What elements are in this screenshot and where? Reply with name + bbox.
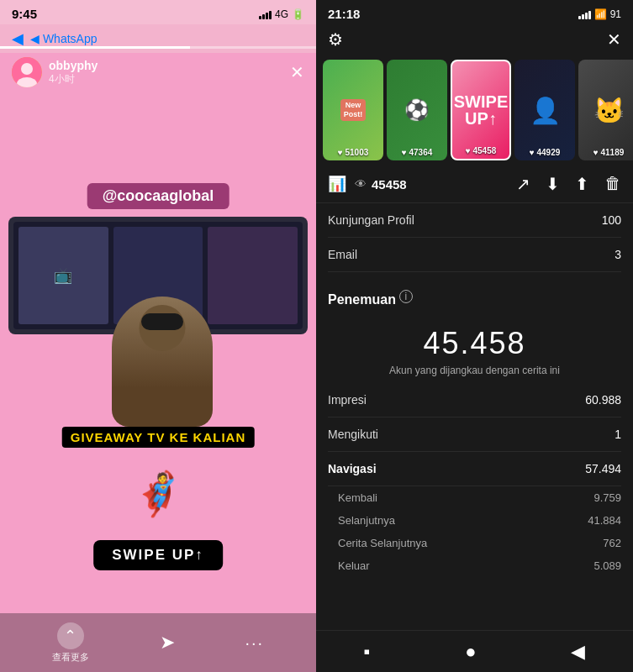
- right-status-icons: 📶 91: [578, 8, 621, 20]
- sub-row-selanjutnya: Selanjutnya 41.884: [328, 509, 621, 532]
- right-signal-bars: [578, 9, 591, 19]
- signal-bar-3: [266, 13, 268, 19]
- right-signal-bar-1: [578, 16, 581, 19]
- story-time: 4小时: [49, 72, 290, 87]
- kembali-label: Kembali: [328, 491, 377, 504]
- sub-row-cerita: Cerita Selanjutnya 762: [328, 532, 621, 554]
- big-stat-container: 45.458 Akun yang dijangkau dengan cerita…: [328, 312, 621, 383]
- info-icon[interactable]: i: [399, 290, 413, 303]
- discovery-header: Penemuan i: [328, 281, 621, 312]
- right-signal-bar-3: [585, 13, 588, 19]
- svg-point-1: [21, 63, 33, 75]
- sub-row-keluar: Keluar 5.089: [328, 554, 621, 577]
- profil-label: Kunjungan Profil: [328, 213, 414, 227]
- right-panel: 21:18 📶 91 ⚙ ✕ NewPost! ♥ 51003 ⚽ ♥ 4736…: [316, 0, 633, 672]
- swipe-up-button[interactable]: SWIPE UP↑: [93, 540, 223, 570]
- left-status-icons: 4G 🔋: [259, 8, 304, 20]
- cerita-label: Cerita Selanjutnya: [328, 537, 427, 549]
- right-top-bar: ⚙ ✕: [316, 24, 633, 55]
- stats-row-navigasi: Navigasi 57.494: [328, 452, 621, 486]
- share-icon[interactable]: ⬆: [575, 174, 589, 194]
- trending-icon[interactable]: ↗: [516, 174, 530, 194]
- stats-row-mengikuti: Mengikuti 1: [328, 417, 621, 452]
- story-thumb-1[interactable]: NewPost! ♥ 51003: [323, 60, 383, 160]
- chevron-up-icon: ⌃: [57, 622, 84, 649]
- right-status-bar: 21:18 📶 91: [316, 0, 633, 24]
- right-close-icon[interactable]: ✕: [607, 29, 621, 50]
- cerita-value: 762: [603, 537, 621, 549]
- nav-back-icon[interactable]: ◀: [571, 641, 585, 663]
- signal-bar-1: [259, 16, 261, 19]
- right-signal-bar-4: [588, 11, 591, 19]
- battery-icon: 🔋: [292, 8, 304, 20]
- story-progress-bar: [0, 46, 316, 49]
- left-status-bar: 9:45 4G 🔋: [0, 0, 316, 24]
- navigasi-value: 57.494: [585, 462, 621, 475]
- download-icon[interactable]: ⬇: [546, 174, 560, 194]
- stats-row-profil: Kunjungan Profil 100: [328, 203, 621, 238]
- right-time: 21:18: [328, 7, 360, 21]
- view-count-container: 👁 45458: [355, 177, 407, 192]
- stats-content: Kunjungan Profil 100 Email 3 Penemuan i …: [316, 203, 633, 630]
- thumb-1-label: NewPost!: [340, 99, 367, 121]
- keluar-value: 5.089: [593, 559, 621, 572]
- story-thumb-2[interactable]: ⚽ ♥ 47364: [387, 60, 447, 160]
- sub-row-kembali: Kembali 9.759: [328, 486, 621, 509]
- selanjutnya-value: 41.884: [588, 514, 621, 527]
- keluar-label: Keluar: [328, 559, 370, 572]
- big-description: Akun yang dijangkau dengan cerita ini: [328, 365, 621, 376]
- story-username: obbyphy: [49, 59, 290, 72]
- kembali-value: 9.759: [593, 491, 621, 504]
- email-label: Email: [328, 248, 357, 261]
- mengikuti-label: Mengikuti: [328, 428, 378, 441]
- signal-bars: [259, 9, 272, 19]
- story-thumb-3[interactable]: SWIPEUP↑ ♥ 45458: [451, 60, 511, 160]
- send-icon[interactable]: ➤: [160, 632, 175, 654]
- right-signal-bar-2: [582, 14, 584, 19]
- story-bottom-bar: ⌃ 查看更多 ➤ ···: [0, 613, 316, 672]
- email-value: 3: [615, 248, 621, 261]
- impresi-value: 60.988: [585, 393, 621, 407]
- thumb-1-count: ♥ 51003: [338, 148, 369, 157]
- sticker-icon: 🦸: [132, 470, 184, 518]
- stories-strip: NewPost! ♥ 51003 ⚽ ♥ 47364 SWIPEUP↑ ♥ 45…: [316, 55, 633, 165]
- wifi-icon: 📶: [594, 8, 607, 20]
- view-more-button[interactable]: ⌃ 查看更多: [52, 622, 89, 664]
- more-options-icon[interactable]: ···: [245, 633, 264, 653]
- giveaway-text: GIVEAWAY TV KE KALIAN: [62, 427, 255, 448]
- back-arrow-icon[interactable]: ◀: [12, 29, 24, 48]
- story-progress-fill: [0, 46, 190, 49]
- view-count: 45458: [372, 177, 407, 192]
- stats-row-email: Email 3: [328, 238, 621, 272]
- nav-home-icon[interactable]: ●: [465, 641, 476, 663]
- bar-chart-icon: 📊: [328, 175, 346, 193]
- nav-square-icon[interactable]: ▪: [363, 641, 370, 663]
- settings-icon[interactable]: ⚙: [328, 29, 343, 50]
- story-content: @coocaaglobal 📺 GIVEAWAY TV KE KALIAN 🦸: [0, 53, 316, 672]
- profil-value: 100: [602, 213, 621, 227]
- stats-row-impresi: Impresi 60.988: [328, 383, 621, 417]
- delete-icon[interactable]: 🗑: [604, 174, 621, 194]
- left-panel: 9:45 4G 🔋 ◀ ◀ WhatsApp: [0, 0, 316, 672]
- avatar: [12, 57, 42, 87]
- story-thumb-4[interactable]: 👤 ♥ 44929: [514, 60, 575, 160]
- signal-bar-4: [269, 11, 272, 19]
- person-image: [25, 297, 299, 427]
- carrier-label: 4G: [275, 8, 288, 20]
- discovery-section: Penemuan i 45.458 Akun yang dijangkau de…: [328, 272, 621, 577]
- view-more-label: 查看更多: [52, 651, 89, 664]
- big-number: 45.458: [328, 326, 621, 361]
- right-battery-icon: 91: [610, 8, 621, 20]
- action-icons: ↗ ⬇ ⬆ 🗑: [516, 174, 621, 194]
- mengikuti-value: 1: [615, 428, 621, 441]
- thumb-5-count: ♥ 41189: [593, 148, 625, 157]
- whatsapp-label[interactable]: ◀ WhatsApp: [30, 32, 97, 45]
- impresi-label: Impresi: [328, 393, 367, 407]
- thumb-4-count: ♥ 44929: [530, 148, 561, 157]
- signal-bar-2: [262, 14, 265, 19]
- mention-tag[interactable]: @coocaaglobal: [87, 183, 229, 209]
- captain-sticker: 🦸: [124, 456, 192, 532]
- story-thumb-5[interactable]: 🐱 ♥ 41189: [578, 60, 633, 160]
- close-icon[interactable]: ✕: [290, 62, 304, 82]
- thumb-2-count: ♥ 47364: [402, 148, 433, 157]
